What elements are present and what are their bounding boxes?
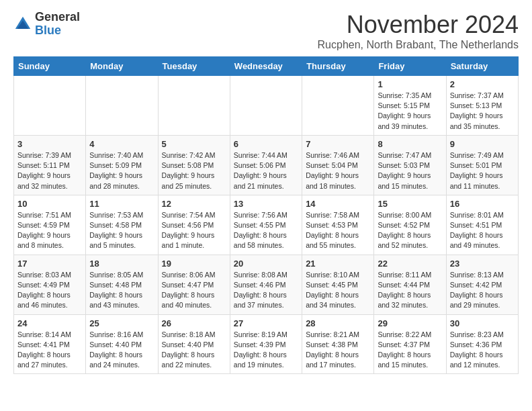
week-row-4: 17Sunrise: 8:03 AM Sunset: 4:49 PM Dayli… [14,255,519,314]
header-day-sunday: Sunday [14,57,86,76]
day-info: Sunrise: 8:18 AM Sunset: 4:40 PM Dayligh… [162,330,226,371]
day-number: 21 [306,259,370,269]
day-info: Sunrise: 7:46 AM Sunset: 5:04 PM Dayligh… [306,150,370,191]
day-info: Sunrise: 7:42 AM Sunset: 5:08 PM Dayligh… [162,150,226,191]
day-number: 4 [89,139,154,149]
day-info: Sunrise: 8:22 AM Sunset: 4:37 PM Dayligh… [378,330,442,371]
logo-icon [13,15,32,34]
header-day-friday: Friday [374,57,446,76]
day-info: Sunrise: 8:06 AM Sunset: 4:47 PM Dayligh… [162,270,226,311]
day-info: Sunrise: 8:23 AM Sunset: 4:36 PM Dayligh… [450,330,515,371]
day-number: 23 [450,259,515,269]
day-info: Sunrise: 7:58 AM Sunset: 4:53 PM Dayligh… [306,210,370,251]
calendar-cell: 24Sunrise: 8:14 AM Sunset: 4:41 PM Dayli… [14,314,86,374]
header-day-saturday: Saturday [446,57,518,76]
calendar-cell: 18Sunrise: 8:05 AM Sunset: 4:48 PM Dayli… [86,255,158,314]
calendar-cell: 2Sunrise: 7:37 AM Sunset: 5:13 PM Daylig… [446,76,518,136]
calendar-cell [86,76,158,136]
day-number: 15 [378,199,442,209]
day-number: 19 [162,259,226,269]
day-number: 24 [17,318,82,328]
day-number: 28 [306,318,370,328]
logo-general-text: General [35,11,80,24]
calendar-cell: 7Sunrise: 7:46 AM Sunset: 5:04 PM Daylig… [302,135,374,195]
calendar-cell: 10Sunrise: 7:51 AM Sunset: 4:59 PM Dayli… [14,195,86,255]
day-number: 5 [162,139,226,149]
calendar-header-row: SundayMondayTuesdayWednesdayThursdayFrid… [14,57,519,76]
day-number: 30 [450,318,515,328]
day-info: Sunrise: 7:39 AM Sunset: 5:11 PM Dayligh… [17,150,82,191]
day-number: 18 [89,259,154,269]
calendar-cell: 25Sunrise: 8:16 AM Sunset: 4:40 PM Dayli… [86,314,158,374]
calendar-cell [14,76,86,136]
day-number: 2 [450,79,515,89]
calendar-table: SundayMondayTuesdayWednesdayThursdayFrid… [13,56,519,374]
day-info: Sunrise: 7:40 AM Sunset: 5:09 PM Dayligh… [89,150,154,191]
calendar-cell: 16Sunrise: 8:01 AM Sunset: 4:51 PM Dayli… [446,195,518,255]
calendar-cell: 14Sunrise: 7:58 AM Sunset: 4:53 PM Dayli… [302,195,374,255]
day-number: 14 [306,199,370,209]
calendar-cell: 12Sunrise: 7:54 AM Sunset: 4:56 PM Dayli… [158,195,230,255]
day-number: 9 [450,139,515,149]
day-number: 3 [17,139,82,149]
day-info: Sunrise: 8:16 AM Sunset: 4:40 PM Dayligh… [89,330,154,371]
header-day-wednesday: Wednesday [230,57,302,76]
day-info: Sunrise: 8:00 AM Sunset: 4:52 PM Dayligh… [378,210,442,251]
header: General Blue November 2024 Rucphen, Nort… [13,11,519,51]
day-number: 27 [234,318,298,328]
logo: General Blue [13,11,80,38]
day-number: 29 [378,318,442,328]
day-info: Sunrise: 7:49 AM Sunset: 5:01 PM Dayligh… [450,150,515,191]
calendar-cell: 17Sunrise: 8:03 AM Sunset: 4:49 PM Dayli… [14,255,86,314]
day-info: Sunrise: 7:37 AM Sunset: 5:13 PM Dayligh… [450,91,515,132]
day-info: Sunrise: 8:11 AM Sunset: 4:44 PM Dayligh… [378,270,442,311]
day-info: Sunrise: 7:54 AM Sunset: 4:56 PM Dayligh… [162,210,226,251]
day-info: Sunrise: 8:01 AM Sunset: 4:51 PM Dayligh… [450,210,515,251]
day-info: Sunrise: 8:08 AM Sunset: 4:46 PM Dayligh… [234,270,298,311]
location-subtitle: Rucphen, North Brabant, The Netherlands [318,39,519,51]
day-info: Sunrise: 8:19 AM Sunset: 4:39 PM Dayligh… [234,330,298,371]
day-number: 22 [378,259,442,269]
day-number: 25 [89,318,154,328]
day-number: 6 [234,139,298,149]
day-number: 7 [306,139,370,149]
day-info: Sunrise: 8:03 AM Sunset: 4:49 PM Dayligh… [17,270,82,311]
calendar-cell: 26Sunrise: 8:18 AM Sunset: 4:40 PM Dayli… [158,314,230,374]
logo-blue-text: Blue [35,24,80,38]
calendar-cell: 9Sunrise: 7:49 AM Sunset: 5:01 PM Daylig… [446,135,518,195]
day-info: Sunrise: 7:51 AM Sunset: 4:59 PM Dayligh… [17,210,82,251]
calendar-cell: 29Sunrise: 8:22 AM Sunset: 4:37 PM Dayli… [374,314,446,374]
day-number: 10 [17,199,82,209]
calendar-cell: 13Sunrise: 7:56 AM Sunset: 4:55 PM Dayli… [230,195,302,255]
calendar-cell: 27Sunrise: 8:19 AM Sunset: 4:39 PM Dayli… [230,314,302,374]
day-info: Sunrise: 8:13 AM Sunset: 4:42 PM Dayligh… [450,270,515,311]
day-number: 16 [450,199,515,209]
calendar-cell [302,76,374,136]
calendar-cell [230,76,302,136]
week-row-2: 3Sunrise: 7:39 AM Sunset: 5:11 PM Daylig… [14,135,519,195]
calendar-cell: 30Sunrise: 8:23 AM Sunset: 4:36 PM Dayli… [446,314,518,374]
day-info: Sunrise: 8:10 AM Sunset: 4:45 PM Dayligh… [306,270,370,311]
calendar-cell [158,76,230,136]
day-number: 17 [17,259,82,269]
day-number: 1 [378,79,442,89]
day-number: 11 [89,199,154,209]
day-info: Sunrise: 7:35 AM Sunset: 5:15 PM Dayligh… [378,91,442,132]
calendar-cell: 5Sunrise: 7:42 AM Sunset: 5:08 PM Daylig… [158,135,230,195]
calendar-cell: 20Sunrise: 8:08 AM Sunset: 4:46 PM Dayli… [230,255,302,314]
week-row-5: 24Sunrise: 8:14 AM Sunset: 4:41 PM Dayli… [14,314,519,374]
calendar-cell: 3Sunrise: 7:39 AM Sunset: 5:11 PM Daylig… [14,135,86,195]
day-number: 8 [378,139,442,149]
day-info: Sunrise: 7:47 AM Sunset: 5:03 PM Dayligh… [378,150,442,191]
calendar-cell: 6Sunrise: 7:44 AM Sunset: 5:06 PM Daylig… [230,135,302,195]
header-day-thursday: Thursday [302,57,374,76]
calendar-cell: 21Sunrise: 8:10 AM Sunset: 4:45 PM Dayli… [302,255,374,314]
day-number: 20 [234,259,298,269]
calendar-cell: 8Sunrise: 7:47 AM Sunset: 5:03 PM Daylig… [374,135,446,195]
calendar-cell: 19Sunrise: 8:06 AM Sunset: 4:47 PM Dayli… [158,255,230,314]
day-number: 26 [162,318,226,328]
calendar-cell: 23Sunrise: 8:13 AM Sunset: 4:42 PM Dayli… [446,255,518,314]
month-title: November 2024 [318,11,519,39]
day-info: Sunrise: 8:14 AM Sunset: 4:41 PM Dayligh… [17,330,82,371]
title-section: November 2024 Rucphen, North Brabant, Th… [318,11,519,51]
